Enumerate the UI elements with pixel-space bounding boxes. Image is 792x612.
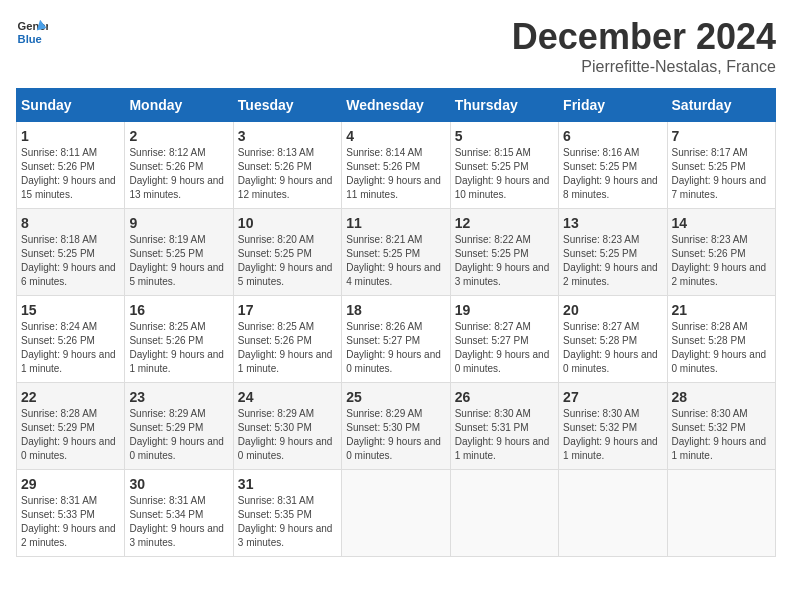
day-number: 7 [672, 128, 771, 144]
day-detail: Sunrise: 8:22 AMSunset: 5:25 PMDaylight:… [455, 233, 554, 289]
day-detail: Sunrise: 8:23 AMSunset: 5:26 PMDaylight:… [672, 233, 771, 289]
day-number: 14 [672, 215, 771, 231]
logo-icon: General Blue [16, 16, 48, 48]
day-number: 21 [672, 302, 771, 318]
calendar-cell: 24Sunrise: 8:29 AMSunset: 5:30 PMDayligh… [233, 383, 341, 470]
calendar-cell: 11Sunrise: 8:21 AMSunset: 5:25 PMDayligh… [342, 209, 450, 296]
header-monday: Monday [125, 89, 233, 122]
calendar-cell [559, 470, 667, 557]
day-detail: Sunrise: 8:18 AMSunset: 5:25 PMDaylight:… [21, 233, 120, 289]
day-number: 16 [129, 302, 228, 318]
calendar-cell: 15Sunrise: 8:24 AMSunset: 5:26 PMDayligh… [17, 296, 125, 383]
calendar-cell: 18Sunrise: 8:26 AMSunset: 5:27 PMDayligh… [342, 296, 450, 383]
day-number: 2 [129, 128, 228, 144]
calendar-cell: 7Sunrise: 8:17 AMSunset: 5:25 PMDaylight… [667, 122, 775, 209]
day-number: 24 [238, 389, 337, 405]
calendar-cell: 16Sunrise: 8:25 AMSunset: 5:26 PMDayligh… [125, 296, 233, 383]
day-detail: Sunrise: 8:31 AMSunset: 5:34 PMDaylight:… [129, 494, 228, 550]
week-row-1: 1Sunrise: 8:11 AMSunset: 5:26 PMDaylight… [17, 122, 776, 209]
calendar-cell: 8Sunrise: 8:18 AMSunset: 5:25 PMDaylight… [17, 209, 125, 296]
calendar-cell: 22Sunrise: 8:28 AMSunset: 5:29 PMDayligh… [17, 383, 125, 470]
day-detail: Sunrise: 8:30 AMSunset: 5:32 PMDaylight:… [672, 407, 771, 463]
calendar-cell: 30Sunrise: 8:31 AMSunset: 5:34 PMDayligh… [125, 470, 233, 557]
day-detail: Sunrise: 8:30 AMSunset: 5:31 PMDaylight:… [455, 407, 554, 463]
header-saturday: Saturday [667, 89, 775, 122]
day-number: 18 [346, 302, 445, 318]
day-number: 29 [21, 476, 120, 492]
week-row-2: 8Sunrise: 8:18 AMSunset: 5:25 PMDaylight… [17, 209, 776, 296]
day-number: 23 [129, 389, 228, 405]
calendar-cell: 28Sunrise: 8:30 AMSunset: 5:32 PMDayligh… [667, 383, 775, 470]
calendar-cell [667, 470, 775, 557]
calendar-cell: 1Sunrise: 8:11 AMSunset: 5:26 PMDaylight… [17, 122, 125, 209]
header-wednesday: Wednesday [342, 89, 450, 122]
day-number: 8 [21, 215, 120, 231]
day-detail: Sunrise: 8:21 AMSunset: 5:25 PMDaylight:… [346, 233, 445, 289]
day-number: 11 [346, 215, 445, 231]
day-detail: Sunrise: 8:15 AMSunset: 5:25 PMDaylight:… [455, 146, 554, 202]
day-detail: Sunrise: 8:28 AMSunset: 5:28 PMDaylight:… [672, 320, 771, 376]
day-number: 28 [672, 389, 771, 405]
day-number: 27 [563, 389, 662, 405]
logo: General Blue [16, 16, 48, 48]
calendar-table: SundayMondayTuesdayWednesdayThursdayFrid… [16, 88, 776, 557]
day-number: 1 [21, 128, 120, 144]
day-detail: Sunrise: 8:31 AMSunset: 5:33 PMDaylight:… [21, 494, 120, 550]
day-number: 22 [21, 389, 120, 405]
month-title: December 2024 [512, 16, 776, 58]
calendar-cell: 17Sunrise: 8:25 AMSunset: 5:26 PMDayligh… [233, 296, 341, 383]
day-number: 26 [455, 389, 554, 405]
calendar-cell: 4Sunrise: 8:14 AMSunset: 5:26 PMDaylight… [342, 122, 450, 209]
calendar-cell: 19Sunrise: 8:27 AMSunset: 5:27 PMDayligh… [450, 296, 558, 383]
svg-text:Blue: Blue [18, 33, 42, 45]
week-row-4: 22Sunrise: 8:28 AMSunset: 5:29 PMDayligh… [17, 383, 776, 470]
header-tuesday: Tuesday [233, 89, 341, 122]
week-row-3: 15Sunrise: 8:24 AMSunset: 5:26 PMDayligh… [17, 296, 776, 383]
day-detail: Sunrise: 8:27 AMSunset: 5:27 PMDaylight:… [455, 320, 554, 376]
day-number: 3 [238, 128, 337, 144]
calendar-cell: 31Sunrise: 8:31 AMSunset: 5:35 PMDayligh… [233, 470, 341, 557]
day-number: 9 [129, 215, 228, 231]
day-detail: Sunrise: 8:17 AMSunset: 5:25 PMDaylight:… [672, 146, 771, 202]
day-detail: Sunrise: 8:31 AMSunset: 5:35 PMDaylight:… [238, 494, 337, 550]
day-detail: Sunrise: 8:27 AMSunset: 5:28 PMDaylight:… [563, 320, 662, 376]
day-detail: Sunrise: 8:25 AMSunset: 5:26 PMDaylight:… [238, 320, 337, 376]
day-number: 20 [563, 302, 662, 318]
calendar-cell: 9Sunrise: 8:19 AMSunset: 5:25 PMDaylight… [125, 209, 233, 296]
calendar-cell: 26Sunrise: 8:30 AMSunset: 5:31 PMDayligh… [450, 383, 558, 470]
calendar-cell: 27Sunrise: 8:30 AMSunset: 5:32 PMDayligh… [559, 383, 667, 470]
day-detail: Sunrise: 8:13 AMSunset: 5:26 PMDaylight:… [238, 146, 337, 202]
day-number: 19 [455, 302, 554, 318]
calendar-cell: 20Sunrise: 8:27 AMSunset: 5:28 PMDayligh… [559, 296, 667, 383]
calendar-cell: 21Sunrise: 8:28 AMSunset: 5:28 PMDayligh… [667, 296, 775, 383]
calendar-cell: 25Sunrise: 8:29 AMSunset: 5:30 PMDayligh… [342, 383, 450, 470]
page-header: General Blue December 2024 Pierrefitte-N… [16, 16, 776, 76]
title-block: December 2024 Pierrefitte-Nestalas, Fran… [512, 16, 776, 76]
header-row: SundayMondayTuesdayWednesdayThursdayFrid… [17, 89, 776, 122]
day-detail: Sunrise: 8:30 AMSunset: 5:32 PMDaylight:… [563, 407, 662, 463]
day-detail: Sunrise: 8:23 AMSunset: 5:25 PMDaylight:… [563, 233, 662, 289]
day-number: 5 [455, 128, 554, 144]
calendar-cell: 5Sunrise: 8:15 AMSunset: 5:25 PMDaylight… [450, 122, 558, 209]
day-detail: Sunrise: 8:19 AMSunset: 5:25 PMDaylight:… [129, 233, 228, 289]
day-number: 30 [129, 476, 228, 492]
day-number: 12 [455, 215, 554, 231]
day-detail: Sunrise: 8:26 AMSunset: 5:27 PMDaylight:… [346, 320, 445, 376]
day-detail: Sunrise: 8:29 AMSunset: 5:30 PMDaylight:… [238, 407, 337, 463]
calendar-cell: 14Sunrise: 8:23 AMSunset: 5:26 PMDayligh… [667, 209, 775, 296]
calendar-cell: 12Sunrise: 8:22 AMSunset: 5:25 PMDayligh… [450, 209, 558, 296]
calendar-cell: 29Sunrise: 8:31 AMSunset: 5:33 PMDayligh… [17, 470, 125, 557]
day-detail: Sunrise: 8:29 AMSunset: 5:29 PMDaylight:… [129, 407, 228, 463]
calendar-cell: 10Sunrise: 8:20 AMSunset: 5:25 PMDayligh… [233, 209, 341, 296]
week-row-5: 29Sunrise: 8:31 AMSunset: 5:33 PMDayligh… [17, 470, 776, 557]
day-number: 10 [238, 215, 337, 231]
calendar-cell: 2Sunrise: 8:12 AMSunset: 5:26 PMDaylight… [125, 122, 233, 209]
calendar-cell: 23Sunrise: 8:29 AMSunset: 5:29 PMDayligh… [125, 383, 233, 470]
day-detail: Sunrise: 8:16 AMSunset: 5:25 PMDaylight:… [563, 146, 662, 202]
header-thursday: Thursday [450, 89, 558, 122]
calendar-cell: 13Sunrise: 8:23 AMSunset: 5:25 PMDayligh… [559, 209, 667, 296]
day-detail: Sunrise: 8:28 AMSunset: 5:29 PMDaylight:… [21, 407, 120, 463]
day-detail: Sunrise: 8:25 AMSunset: 5:26 PMDaylight:… [129, 320, 228, 376]
day-number: 6 [563, 128, 662, 144]
day-number: 31 [238, 476, 337, 492]
